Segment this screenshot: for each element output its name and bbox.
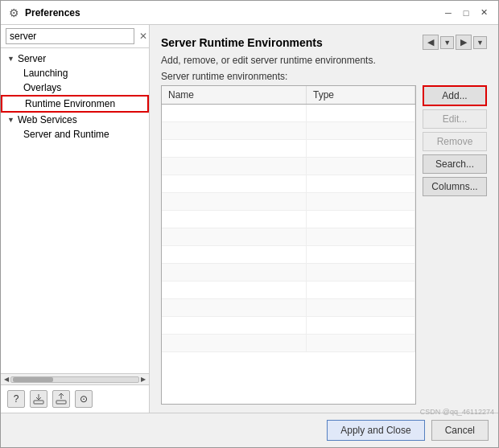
table-row[interactable] bbox=[162, 193, 415, 211]
tree-panel: ▼ Server Launching Overlays Runtime Envi… bbox=[1, 48, 149, 373]
table-row[interactable] bbox=[162, 335, 415, 352]
nav-forward-dropdown[interactable]: ▼ bbox=[473, 36, 487, 49]
scroll-track[interactable] bbox=[10, 376, 139, 383]
remove-button[interactable]: Remove bbox=[423, 132, 487, 151]
columns-button[interactable]: Columns... bbox=[423, 177, 487, 196]
expand-arrow-webservices: ▼ bbox=[7, 116, 14, 124]
nav-arrows: ◀ ▼ ▶ ▼ bbox=[423, 35, 487, 50]
maximize-button[interactable]: □ bbox=[458, 5, 474, 21]
nav-back-dropdown[interactable]: ▼ bbox=[440, 36, 454, 49]
main-content: ✕ ▼ Server Launching Overlays Runtim bbox=[1, 25, 498, 413]
table-row[interactable] bbox=[162, 211, 415, 228]
edit-button[interactable]: Edit... bbox=[423, 109, 487, 129]
left-panel: ✕ ▼ Server Launching Overlays Runtim bbox=[1, 25, 150, 413]
table-row[interactable] bbox=[162, 317, 415, 335]
sidebar-item-runtime-label: Runtime Environmen bbox=[25, 98, 115, 109]
svg-rect-0 bbox=[34, 401, 43, 404]
table-row[interactable] bbox=[162, 175, 415, 193]
scroll-thumb[interactable] bbox=[13, 377, 53, 382]
sidebar-item-overlays-label: Overlays bbox=[23, 82, 61, 93]
panel-description: Add, remove, or edit server runtime envi… bbox=[161, 55, 487, 66]
nav-back-button[interactable]: ◀ bbox=[423, 35, 439, 50]
table-row[interactable] bbox=[162, 140, 415, 158]
sidebar-item-webservices-label: Web Services bbox=[18, 114, 77, 125]
settings-icon-button[interactable]: ⊙ bbox=[75, 390, 93, 408]
table-row[interactable] bbox=[162, 299, 415, 317]
window-controls: ─ □ ✕ bbox=[440, 5, 492, 21]
scroll-right-arrow[interactable]: ▶ bbox=[139, 376, 147, 383]
horizontal-scrollbar[interactable]: ◀ ▶ bbox=[1, 373, 149, 384]
window-icon: ⚙ bbox=[7, 6, 20, 19]
window-title: Preferences bbox=[25, 7, 440, 18]
panel-title: Server Runtime Environments bbox=[161, 36, 323, 49]
panel-header: Server Runtime Environments ◀ ▼ ▶ ▼ bbox=[161, 35, 487, 50]
sidebar-item-launching[interactable]: Launching bbox=[1, 66, 149, 80]
minimize-button[interactable]: ─ bbox=[440, 5, 456, 21]
apply-close-button[interactable]: Apply and Close bbox=[327, 420, 424, 441]
table-row[interactable] bbox=[162, 282, 415, 299]
table-body bbox=[162, 105, 415, 404]
table-row[interactable] bbox=[162, 105, 415, 122]
table-row[interactable] bbox=[162, 264, 415, 282]
close-button[interactable]: ✕ bbox=[476, 5, 492, 21]
cancel-button[interactable]: Cancel bbox=[431, 420, 489, 441]
sidebar-item-serverruntime-label: Server and Runtime bbox=[23, 129, 109, 140]
import-icon-button[interactable] bbox=[30, 390, 47, 408]
panel-sub-label: Server runtime environments: bbox=[161, 71, 487, 82]
table-row[interactable] bbox=[162, 158, 415, 175]
column-header-name: Name bbox=[162, 86, 307, 104]
table-header: Name Type bbox=[162, 86, 415, 105]
sidebar-item-server-label: Server bbox=[18, 53, 46, 64]
bottom-icons-bar: ? ⊙ bbox=[1, 384, 149, 413]
nav-forward-button[interactable]: ▶ bbox=[456, 35, 472, 50]
sidebar-item-runtime[interactable]: Runtime Environmen bbox=[1, 95, 149, 113]
sidebar-item-launching-label: Launching bbox=[23, 68, 68, 79]
table-row[interactable] bbox=[162, 246, 415, 264]
search-bar: ✕ bbox=[1, 25, 149, 48]
add-button[interactable]: Add... bbox=[423, 85, 487, 106]
column-header-type: Type bbox=[307, 86, 415, 104]
export-icon-button[interactable] bbox=[52, 390, 70, 408]
sidebar-item-overlays[interactable]: Overlays bbox=[1, 80, 149, 95]
table-row[interactable] bbox=[162, 122, 415, 140]
right-panel: Server Runtime Environments ◀ ▼ ▶ ▼ Add,… bbox=[150, 25, 498, 413]
search-button[interactable]: Search... bbox=[423, 154, 487, 174]
scroll-left-arrow[interactable]: ◀ bbox=[2, 376, 10, 383]
preferences-window: ⚙ Preferences ─ □ ✕ ✕ ▼ Server La bbox=[0, 0, 499, 448]
sidebar-item-webservices[interactable]: ▼ Web Services bbox=[1, 113, 149, 127]
sidebar-item-server[interactable]: ▼ Server bbox=[1, 51, 149, 66]
expand-arrow-server: ▼ bbox=[7, 55, 14, 63]
title-bar: ⚙ Preferences ─ □ ✕ bbox=[1, 1, 498, 25]
action-buttons: Add... Edit... Remove Search... Columns.… bbox=[423, 85, 487, 405]
table-area: Name Type bbox=[161, 85, 487, 405]
table-row[interactable] bbox=[162, 228, 415, 246]
runtime-table: Name Type bbox=[161, 85, 416, 405]
svg-rect-1 bbox=[56, 401, 66, 404]
search-input[interactable] bbox=[6, 28, 134, 44]
sidebar-item-serverruntime[interactable]: Server and Runtime bbox=[1, 127, 149, 142]
footer: Apply and Close Cancel bbox=[1, 413, 498, 447]
help-icon-button[interactable]: ? bbox=[7, 390, 25, 408]
clear-search-button[interactable]: ✕ bbox=[138, 31, 149, 41]
